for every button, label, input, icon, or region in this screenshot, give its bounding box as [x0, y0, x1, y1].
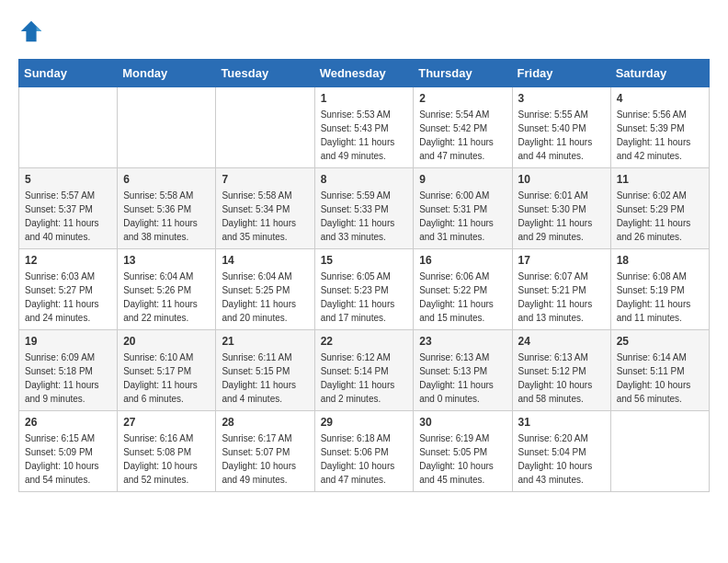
day-info: Sunrise: 6:09 AM Sunset: 5:18 PM Dayligh… [25, 350, 111, 406]
day-number: 23 [419, 335, 506, 348]
day-info: Sunrise: 6:13 AM Sunset: 5:13 PM Dayligh… [419, 350, 506, 406]
calendar-cell [19, 87, 118, 168]
calendar-cell: 11Sunrise: 6:02 AM Sunset: 5:29 PM Dayli… [610, 168, 709, 249]
day-info: Sunrise: 6:07 AM Sunset: 5:21 PM Dayligh… [518, 270, 605, 325]
calendar-cell: 2Sunrise: 5:54 AM Sunset: 5:42 PM Daylig… [414, 87, 512, 168]
calendar-cell: 25Sunrise: 6:14 AM Sunset: 5:11 PM Dayli… [610, 330, 709, 411]
day-info: Sunrise: 6:08 AM Sunset: 5:19 PM Dayligh… [617, 270, 703, 325]
day-info: Sunrise: 6:16 AM Sunset: 5:08 PM Dayligh… [123, 431, 210, 487]
day-info: Sunrise: 6:06 AM Sunset: 5:22 PM Dayligh… [419, 270, 506, 325]
calendar-cell: 30Sunrise: 6:19 AM Sunset: 5:05 PM Dayli… [414, 411, 512, 492]
day-info: Sunrise: 6:20 AM Sunset: 5:04 PM Dayligh… [518, 431, 605, 487]
day-info: Sunrise: 6:10 AM Sunset: 5:17 PM Dayligh… [123, 350, 210, 406]
calendar-week-row: 5Sunrise: 5:57 AM Sunset: 5:37 PM Daylig… [19, 168, 710, 249]
calendar-table: SundayMondayTuesdayWednesdayThursdayFrid… [18, 59, 710, 492]
day-info: Sunrise: 6:04 AM Sunset: 5:25 PM Dayligh… [222, 270, 308, 325]
day-number: 5 [25, 173, 111, 186]
calendar-cell: 21Sunrise: 6:11 AM Sunset: 5:15 PM Dayli… [216, 330, 314, 411]
calendar-week-row: 19Sunrise: 6:09 AM Sunset: 5:18 PM Dayli… [19, 330, 710, 411]
day-number: 16 [419, 254, 506, 267]
logo-icon [18, 18, 44, 44]
day-number: 22 [321, 335, 408, 348]
day-info: Sunrise: 6:03 AM Sunset: 5:27 PM Dayligh… [25, 270, 111, 325]
day-number: 6 [123, 173, 210, 186]
calendar-cell: 22Sunrise: 6:12 AM Sunset: 5:14 PM Dayli… [314, 330, 414, 411]
weekday-header: Saturday [610, 60, 709, 87]
calendar-week-row: 1Sunrise: 5:53 AM Sunset: 5:43 PM Daylig… [19, 87, 710, 168]
calendar-cell: 15Sunrise: 6:05 AM Sunset: 5:23 PM Dayli… [314, 249, 414, 330]
day-number: 30 [419, 416, 506, 429]
day-info: Sunrise: 5:55 AM Sunset: 5:40 PM Dayligh… [518, 108, 605, 163]
day-info: Sunrise: 5:57 AM Sunset: 5:37 PM Dayligh… [25, 189, 111, 244]
day-number: 18 [617, 254, 703, 267]
calendar-cell [216, 87, 314, 168]
calendar-cell: 6Sunrise: 5:58 AM Sunset: 5:36 PM Daylig… [118, 168, 216, 249]
day-number: 29 [321, 416, 408, 429]
day-number: 1 [321, 92, 408, 105]
day-number: 20 [123, 335, 210, 348]
day-number: 4 [617, 92, 703, 105]
calendar-week-row: 12Sunrise: 6:03 AM Sunset: 5:27 PM Dayli… [19, 249, 710, 330]
calendar-cell: 12Sunrise: 6:03 AM Sunset: 5:27 PM Dayli… [19, 249, 118, 330]
calendar-cell: 16Sunrise: 6:06 AM Sunset: 5:22 PM Dayli… [414, 249, 512, 330]
day-number: 25 [617, 335, 703, 348]
calendar-cell: 24Sunrise: 6:13 AM Sunset: 5:12 PM Dayli… [512, 330, 610, 411]
calendar-header-row: SundayMondayTuesdayWednesdayThursdayFrid… [19, 60, 710, 87]
day-info: Sunrise: 6:19 AM Sunset: 5:05 PM Dayligh… [419, 431, 506, 487]
day-number: 31 [518, 416, 605, 429]
logo [18, 18, 48, 44]
day-info: Sunrise: 6:11 AM Sunset: 5:15 PM Dayligh… [222, 350, 308, 406]
day-number: 3 [518, 92, 605, 105]
calendar-cell [118, 87, 216, 168]
calendar-cell: 20Sunrise: 6:10 AM Sunset: 5:17 PM Dayli… [118, 330, 216, 411]
calendar-cell: 4Sunrise: 5:56 AM Sunset: 5:39 PM Daylig… [610, 87, 709, 168]
calendar-cell: 17Sunrise: 6:07 AM Sunset: 5:21 PM Dayli… [512, 249, 610, 330]
day-info: Sunrise: 6:04 AM Sunset: 5:26 PM Dayligh… [123, 270, 210, 325]
calendar-cell: 14Sunrise: 6:04 AM Sunset: 5:25 PM Dayli… [216, 249, 314, 330]
day-info: Sunrise: 6:15 AM Sunset: 5:09 PM Dayligh… [25, 431, 111, 487]
day-info: Sunrise: 6:01 AM Sunset: 5:30 PM Dayligh… [518, 189, 605, 244]
calendar-cell [610, 411, 709, 492]
day-number: 26 [25, 416, 111, 429]
day-number: 9 [419, 173, 506, 186]
day-info: Sunrise: 6:12 AM Sunset: 5:14 PM Dayligh… [321, 350, 408, 406]
calendar-cell: 29Sunrise: 6:18 AM Sunset: 5:06 PM Dayli… [314, 411, 414, 492]
day-info: Sunrise: 5:56 AM Sunset: 5:39 PM Dayligh… [617, 108, 703, 163]
weekday-header: Sunday [19, 60, 118, 87]
calendar-cell: 18Sunrise: 6:08 AM Sunset: 5:19 PM Dayli… [610, 249, 709, 330]
day-number: 21 [222, 335, 308, 348]
calendar-cell: 10Sunrise: 6:01 AM Sunset: 5:30 PM Dayli… [512, 168, 610, 249]
calendar-cell: 3Sunrise: 5:55 AM Sunset: 5:40 PM Daylig… [512, 87, 610, 168]
calendar-cell: 26Sunrise: 6:15 AM Sunset: 5:09 PM Dayli… [19, 411, 118, 492]
page-header [18, 18, 710, 44]
day-number: 11 [617, 173, 703, 186]
day-number: 2 [419, 92, 506, 105]
weekday-header: Friday [512, 60, 610, 87]
weekday-header: Tuesday [216, 60, 314, 87]
weekday-header: Thursday [414, 60, 512, 87]
day-number: 12 [25, 254, 111, 267]
calendar-cell: 9Sunrise: 6:00 AM Sunset: 5:31 PM Daylig… [414, 168, 512, 249]
calendar-cell: 5Sunrise: 5:57 AM Sunset: 5:37 PM Daylig… [19, 168, 118, 249]
day-number: 17 [518, 254, 605, 267]
calendar-week-row: 26Sunrise: 6:15 AM Sunset: 5:09 PM Dayli… [19, 411, 710, 492]
day-info: Sunrise: 6:00 AM Sunset: 5:31 PM Dayligh… [419, 189, 506, 244]
calendar-cell: 13Sunrise: 6:04 AM Sunset: 5:26 PM Dayli… [118, 249, 216, 330]
day-info: Sunrise: 6:02 AM Sunset: 5:29 PM Dayligh… [617, 189, 703, 244]
calendar-cell: 8Sunrise: 5:59 AM Sunset: 5:33 PM Daylig… [314, 168, 414, 249]
day-number: 24 [518, 335, 605, 348]
day-number: 19 [25, 335, 111, 348]
day-number: 7 [222, 173, 308, 186]
day-number: 10 [518, 173, 605, 186]
day-info: Sunrise: 6:17 AM Sunset: 5:07 PM Dayligh… [222, 431, 308, 487]
calendar-cell: 27Sunrise: 6:16 AM Sunset: 5:08 PM Dayli… [118, 411, 216, 492]
calendar-cell: 23Sunrise: 6:13 AM Sunset: 5:13 PM Dayli… [414, 330, 512, 411]
day-info: Sunrise: 5:53 AM Sunset: 5:43 PM Dayligh… [321, 108, 408, 163]
calendar-cell: 1Sunrise: 5:53 AM Sunset: 5:43 PM Daylig… [314, 87, 414, 168]
day-number: 13 [123, 254, 210, 267]
day-info: Sunrise: 6:05 AM Sunset: 5:23 PM Dayligh… [321, 270, 408, 325]
calendar-cell: 7Sunrise: 5:58 AM Sunset: 5:34 PM Daylig… [216, 168, 314, 249]
day-info: Sunrise: 5:59 AM Sunset: 5:33 PM Dayligh… [321, 189, 408, 244]
weekday-header: Monday [118, 60, 216, 87]
day-info: Sunrise: 5:58 AM Sunset: 5:34 PM Dayligh… [222, 189, 308, 244]
